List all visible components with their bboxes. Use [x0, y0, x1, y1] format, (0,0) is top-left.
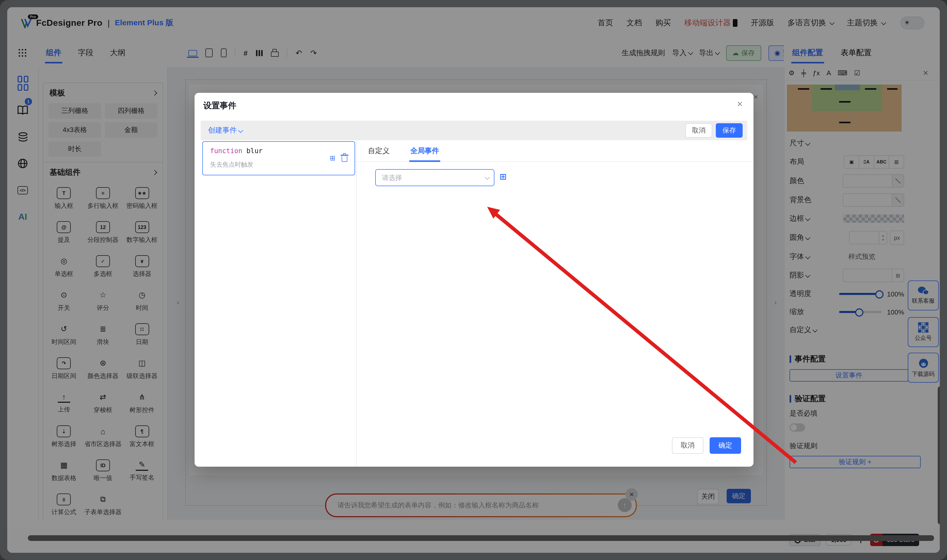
modal-title: 设置事件	[204, 100, 236, 111]
delete-event-icon[interactable]	[342, 156, 347, 162]
copy-event-icon[interactable]: ⊞	[330, 154, 335, 162]
tab-全局事件[interactable]: 全局事件	[410, 140, 439, 162]
event-description: 失去焦点时触发	[210, 160, 253, 169]
chevron-down-icon	[485, 175, 490, 180]
event-card-blur[interactable]: function blur 失去焦点时触发 ⊞	[202, 141, 355, 175]
event-editor-panel: 自定义全局事件 请选择 ⊞ 取消 确定	[356, 140, 753, 467]
modal-confirm-button[interactable]: 确定	[709, 437, 741, 454]
modal-cancel-button[interactable]: 取消	[672, 437, 703, 454]
event-signature: function blur	[210, 147, 263, 155]
chevron-down-icon	[238, 128, 243, 133]
event-list-panel: function blur 失去焦点时触发 ⊞	[194, 140, 356, 467]
select-placeholder: 请选择	[382, 173, 402, 182]
tab-自定义[interactable]: 自定义	[368, 140, 390, 162]
create-event-dropdown[interactable]: 创建事件	[208, 126, 242, 135]
global-event-select[interactable]: 请选择	[375, 169, 494, 186]
event-editor-tabs: 自定义全局事件	[356, 140, 753, 162]
event-save-button[interactable]: 保存	[716, 123, 743, 138]
add-global-event-icon[interactable]: ⊞	[500, 172, 506, 182]
modal-close-icon[interactable]: ✕	[737, 100, 743, 109]
set-event-modal: 设置事件 ✕ 创建事件 取消 保存 function blur 失去焦点时触发 …	[194, 93, 753, 467]
event-cancel-button[interactable]: 取消	[685, 123, 712, 138]
modal-header-strip: 创建事件 取消 保存	[201, 121, 747, 140]
